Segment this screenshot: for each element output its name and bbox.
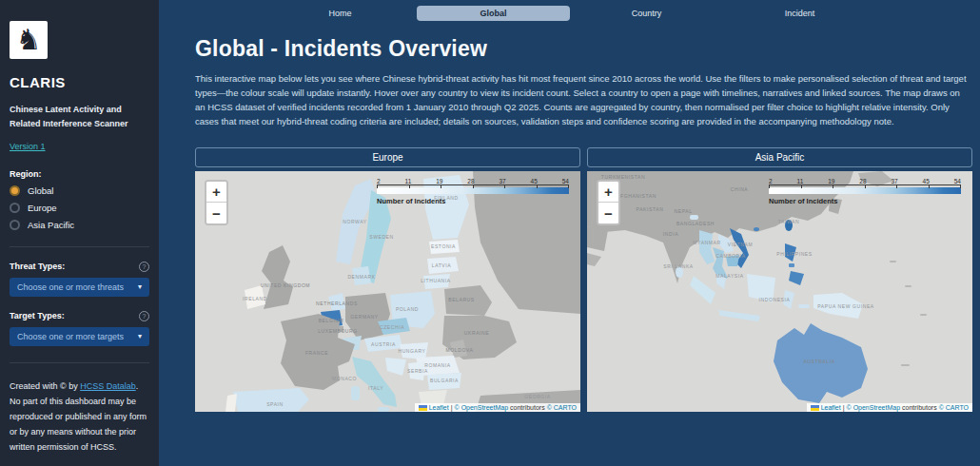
svg-text:AFGHANISTAN: AFGHANISTAN	[617, 193, 657, 199]
europe-map[interactable]: NORWAY SWEDEN FINLAND ESTONIA LATVIA LIT…	[195, 171, 580, 412]
svg-text:NETHERLANDS: NETHERLANDS	[316, 301, 358, 306]
nav-tab-home[interactable]: Home	[264, 6, 417, 21]
island-sicily[interactable]	[378, 407, 389, 412]
version-link[interactable]: Version 1	[10, 142, 46, 151]
threat-help-icon[interactable]: ?	[139, 262, 149, 272]
radio-unselected-icon[interactable]	[10, 203, 20, 213]
pacific-island	[901, 364, 910, 366]
svg-text:AUSTRALIA: AUSTRALIA	[803, 359, 834, 364]
map-zoom-control: + −	[597, 180, 620, 225]
svg-text:ITALY: ITALY	[368, 385, 383, 391]
nav-tab-country[interactable]: Country	[570, 6, 723, 21]
zoom-out-button[interactable]: −	[598, 203, 618, 223]
svg-text:VIETNAM: VIETNAM	[728, 242, 753, 247]
svg-text:SERBIA: SERBIA	[407, 368, 428, 374]
openstreetmap-link[interactable]: © OpenStreetMap	[455, 404, 509, 411]
main-area: Home Global Country Incident Global - In…	[159, 0, 980, 466]
svg-text:FRANCE: FRANCE	[305, 350, 328, 356]
map-attribution: Leaflet | © OpenStreetMap contributors ©…	[807, 403, 972, 412]
leaflet-link[interactable]: Leaflet	[821, 404, 841, 411]
target-types-select[interactable]: Choose one or more targets ▾	[10, 327, 149, 346]
page-title: Global - Incidents Overview	[195, 36, 972, 62]
zoom-out-button[interactable]: −	[206, 203, 226, 223]
sidebar: ♞ CLARIS Chinese Latent Activity and Rel…	[0, 0, 159, 466]
svg-text:BULGARIA: BULGARIA	[430, 378, 459, 383]
zoom-in-button[interactable]: +	[598, 182, 618, 203]
asia-pacific-choropleth: TURKMENISTAN AFGHANISTAN PAKISTAN NEPAL …	[587, 171, 972, 412]
svg-text:BELARUS: BELARUS	[448, 297, 475, 302]
ukraine-flag-icon	[811, 405, 819, 411]
country-shape-spain[interactable]	[233, 388, 309, 412]
radio-selected-icon[interactable]	[10, 185, 20, 196]
carto-link[interactable]: © CARTO	[939, 404, 969, 411]
island-sardinia[interactable]	[351, 386, 360, 400]
svg-text:UKRAINE: UKRAINE	[464, 330, 489, 336]
legend-color-scale	[769, 187, 961, 194]
svg-text:MALAYSIA: MALAYSIA	[715, 273, 744, 279]
svg-text:HUNGARY: HUNGARY	[398, 348, 425, 354]
target-help-icon[interactable]: ?	[139, 311, 149, 321]
region-option-label: Asia Pacific	[28, 220, 74, 230]
region-option-global[interactable]: Global	[10, 185, 149, 196]
svg-text:UNITED KINGDOM: UNITED KINGDOM	[261, 282, 310, 288]
island-hainan[interactable]	[754, 227, 759, 231]
zoom-in-button[interactable]: +	[206, 182, 226, 203]
map-zoom-control: + −	[205, 180, 228, 225]
intro-paragraph: This interactive map below lets you see …	[195, 71, 972, 128]
openstreetmap-link[interactable]: © OpenStreetMap	[847, 404, 901, 411]
asia-pacific-map[interactable]: TURKMENISTAN AFGHANISTAN PAKISTAN NEPAL …	[587, 171, 972, 412]
svg-text:GERMANY: GERMANY	[350, 314, 379, 320]
svg-text:GEORGIA: GEORGIA	[524, 394, 551, 399]
region-option-asia-pacific[interactable]: Asia Pacific	[10, 220, 149, 230]
svg-text:PAPUA NEW GUINEA: PAPUA NEW GUINEA	[817, 303, 874, 309]
svg-text:CHINA: CHINA	[731, 186, 749, 192]
svg-text:SRI LANKA: SRI LANKA	[663, 263, 694, 269]
target-select-placeholder: Choose one or more targets	[17, 332, 124, 341]
svg-text:LATVIA: LATVIA	[432, 262, 452, 268]
hcss-datalab-link[interactable]: HCSS Datalab	[80, 381, 136, 391]
copyright-notice: Created with © by HCSS Datalab. No part …	[10, 379, 149, 456]
radio-unselected-icon[interactable]	[10, 220, 20, 230]
legend-color-scale	[377, 187, 569, 194]
region-option-europe[interactable]: Europe	[10, 203, 149, 213]
pacific-island	[905, 285, 911, 287]
svg-text:NORWAY: NORWAY	[343, 219, 367, 224]
svg-text:CAMBODIA: CAMBODIA	[715, 253, 746, 259]
svg-text:MYANMAR: MYANMAR	[693, 240, 720, 245]
incidents-legend: 2111928374554 Number of Incidents	[377, 178, 569, 205]
legend-title: Number of Incidents	[377, 197, 569, 205]
attribution-text: contributors	[510, 404, 545, 411]
threat-types-select[interactable]: Choose one or more threats ▾	[10, 278, 149, 297]
top-navigation: Home Global Country Incident	[159, 0, 980, 23]
attribution-text: contributors	[902, 404, 937, 411]
copyright-text: . No part of this dashboard may be repro…	[10, 381, 147, 453]
country-shape-arabia[interactable]	[587, 226, 608, 251]
sidebar-divider	[10, 246, 149, 247]
svg-text:MOLDOVA: MOLDOVA	[446, 347, 474, 353]
app-title: CLARIS	[10, 74, 149, 90]
horse-head-icon: ♞	[16, 26, 42, 54]
country-shape-bhutan[interactable]	[690, 215, 698, 220]
pacific-island	[890, 261, 896, 262]
europe-panel-header[interactable]: Europe	[195, 147, 580, 167]
svg-text:ESTONIA: ESTONIA	[431, 243, 456, 249]
nav-tab-global[interactable]: Global	[417, 6, 570, 21]
island-visayas[interactable]	[789, 263, 794, 267]
svg-text:LUXEMBOURG: LUXEMBOURG	[318, 328, 358, 334]
legend-tick-labels: 2111928374554	[769, 178, 961, 184]
svg-text:TAIWAN: TAIWAN	[778, 219, 800, 224]
carto-link[interactable]: © CARTO	[547, 404, 577, 411]
svg-text:DENMARK: DENMARK	[347, 274, 375, 280]
claris-logo: ♞	[10, 21, 48, 59]
sidebar-divider	[10, 362, 149, 363]
threat-types-label: Threat Types:	[10, 262, 65, 271]
region-label: Region:	[10, 169, 149, 179]
nav-tab-incident[interactable]: Incident	[723, 6, 876, 21]
target-types-label: Target Types:	[10, 311, 65, 320]
island-indonesia-east[interactable]	[798, 304, 810, 308]
leaflet-link[interactable]: Leaflet	[429, 404, 449, 411]
pacific-island	[920, 314, 927, 316]
svg-text:NEPAL: NEPAL	[674, 208, 692, 214]
svg-text:ROMANIA: ROMANIA	[424, 362, 451, 368]
asia-pacific-panel-header[interactable]: Asia Pacific	[587, 147, 972, 167]
